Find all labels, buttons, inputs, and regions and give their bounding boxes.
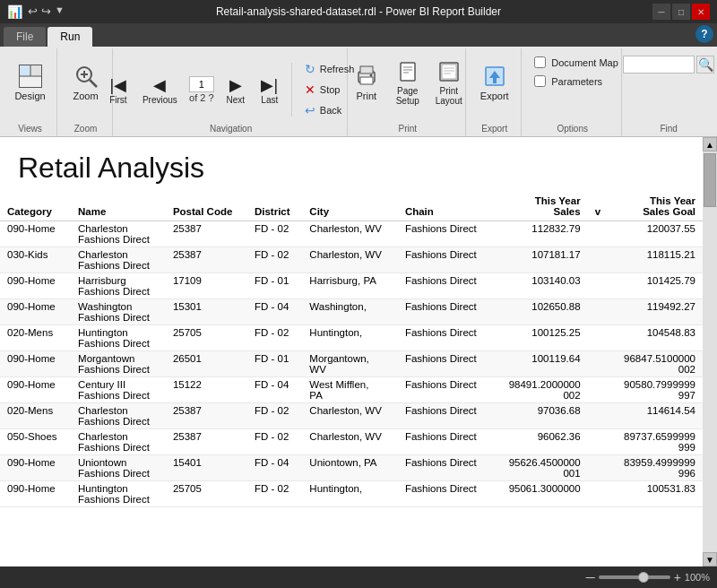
stop-icon: ✕ [303, 82, 317, 97]
find-input[interactable] [623, 56, 695, 74]
scroll-thumb[interactable] [704, 153, 716, 207]
table-cell: Fashions Direct [398, 481, 493, 507]
ribbon-group-options: Document Map Parameters Options [523, 48, 622, 136]
maximize-button[interactable]: □ [672, 4, 690, 20]
svg-rect-2 [30, 65, 41, 76]
table-header-row: Category Name Postal Code District City … [0, 192, 703, 221]
table-cell: 95626.4500000001 [493, 455, 588, 481]
table-cell: Fashions Direct [398, 247, 493, 273]
table-cell: 100119.64 [493, 351, 588, 377]
table-cell: WashingtonFashions Direct [71, 299, 166, 325]
vertical-scrollbar[interactable]: ▲ ▼ [703, 137, 717, 566]
table-cell: FD - 02 [247, 429, 302, 455]
print-button[interactable]: Print [347, 50, 386, 115]
zoom-label: Zoom [73, 91, 98, 101]
table-cell [588, 351, 608, 377]
status-bar: ─ + 100% [0, 566, 717, 588]
minimize-button[interactable]: ─ [652, 4, 670, 20]
table-cell: 050-Shoes [0, 429, 71, 455]
table-cell: Charleston, WV [302, 221, 398, 247]
find-group-label: Find [660, 124, 677, 136]
design-button[interactable]: Design [8, 50, 51, 115]
table-cell: Fashions Direct [398, 299, 493, 325]
previous-button[interactable]: ◀ Previous [136, 61, 184, 118]
svg-rect-12 [360, 77, 373, 84]
next-icon: ▶ [229, 75, 242, 95]
ribbon-group-find: 🔍 Find [624, 48, 713, 136]
table-cell: 100531.83 [608, 481, 703, 507]
help-button[interactable]: ? [695, 25, 713, 43]
tab-file[interactable]: File [4, 27, 46, 47]
export-button[interactable]: Export [474, 50, 515, 115]
tab-run[interactable]: Run [48, 27, 92, 47]
col-header-city: City [302, 192, 398, 221]
design-icon [18, 64, 43, 89]
undo-icon[interactable]: ↩ [28, 4, 38, 19]
zoom-button[interactable]: Zoom [66, 50, 106, 115]
table-cell: CharlestonFashions Direct [71, 429, 166, 455]
table-cell: 26501 [166, 351, 247, 377]
table-row: 090-HomeCentury IIIFashions Direct15122F… [0, 377, 703, 403]
table-cell [588, 455, 608, 481]
zoom-slider[interactable] [599, 575, 670, 579]
window-controls: ─ □ ✕ [652, 4, 710, 20]
table-cell [588, 429, 608, 455]
table-cell: West Mifflen,PA [302, 377, 398, 403]
table-cell: FD - 02 [247, 481, 302, 507]
svg-rect-11 [360, 66, 373, 74]
table-cell: FD - 01 [247, 273, 302, 299]
table-cell: 118115.21 [608, 247, 703, 273]
col-header-this-year-sales: This YearSales [493, 192, 588, 221]
page-input[interactable] [189, 76, 214, 92]
first-button[interactable]: |◀ First [102, 61, 134, 118]
find-search-button[interactable]: 🔍 [696, 56, 714, 74]
zoom-out-button[interactable]: ─ [586, 570, 595, 584]
document-map-label: Document Map [551, 57, 618, 68]
quick-access-icon[interactable]: ▼ [55, 4, 65, 19]
table-cell: Fashions Direct [398, 221, 493, 247]
stop-label: Stop [320, 84, 341, 95]
print-icon [354, 64, 379, 89]
parameters-button[interactable]: Parameters [529, 73, 608, 90]
last-label: Last [261, 95, 278, 105]
back-button[interactable]: ↩ Back [298, 100, 347, 120]
table-cell: Morgantown,WV [302, 351, 398, 377]
table-row: 030-KidsCharlestonFashions Direct25387FD… [0, 247, 703, 273]
table-cell: HuntingtonFashions Direct [71, 325, 166, 351]
parameters-checkbox[interactable] [534, 75, 546, 87]
ribbon-group-views: Design Views [4, 48, 57, 136]
page-setup-button[interactable]: PageSetup [388, 50, 428, 115]
zoom-thumb[interactable] [638, 572, 649, 583]
close-button[interactable]: ✕ [692, 4, 710, 20]
table-cell: 96847.5100000002 [608, 351, 703, 377]
table-cell: Charleston, WV [302, 247, 398, 273]
table-cell: Fashions Direct [398, 455, 493, 481]
scroll-up-button[interactable]: ▲ [703, 137, 717, 151]
table-cell: 83959.4999999996 [608, 455, 703, 481]
svg-rect-14 [401, 63, 415, 81]
design-label: Design [14, 91, 45, 101]
document-map-checkbox[interactable] [534, 56, 546, 68]
redo-icon[interactable]: ↪ [41, 4, 51, 19]
table-cell: Uniontown, PA [302, 455, 398, 481]
table-cell: Fashions Direct [398, 403, 493, 429]
stop-button[interactable]: ✕ Stop [298, 80, 346, 99]
table-cell: FD - 02 [247, 325, 302, 351]
print-layout-button[interactable]: PrintLayout [429, 50, 469, 115]
table-cell: MorgantownFashions Direct [71, 351, 166, 377]
svg-line-7 [90, 80, 97, 87]
table-cell: Fashions Direct [398, 273, 493, 299]
table-cell: 25705 [166, 325, 247, 351]
table-cell: Century IIIFashions Direct [71, 377, 166, 403]
document-map-button[interactable]: Document Map [529, 54, 624, 71]
table-cell [588, 481, 608, 507]
next-button[interactable]: ▶ Next [220, 61, 252, 118]
ribbon-tabs: File Run ? [0, 23, 717, 47]
options-buttons: Document Map Parameters [529, 50, 616, 124]
table-cell: Huntington, [302, 325, 398, 351]
zoom-in-button[interactable]: + [674, 570, 681, 584]
scroll-down-button[interactable]: ▼ [703, 552, 717, 566]
refresh-icon: ↻ [303, 62, 317, 76]
previous-label: Previous [143, 95, 177, 105]
last-button[interactable]: ▶| Last [254, 61, 286, 118]
